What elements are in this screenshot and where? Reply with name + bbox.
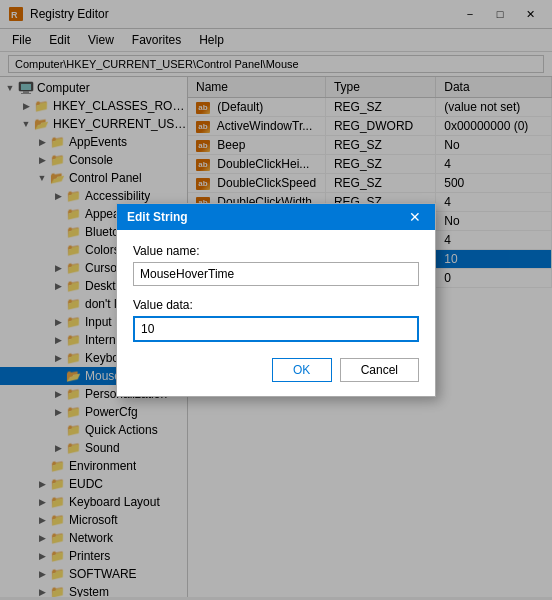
modal-close-button[interactable]: ✕ [405,210,425,224]
value-name-input[interactable] [133,262,419,286]
modal-buttons: OK Cancel [133,358,419,382]
modal-overlay: Edit String ✕ Value name: Value data: OK… [0,0,552,600]
edit-string-dialog: Edit String ✕ Value name: Value data: OK… [116,203,436,397]
modal-body: Value name: Value data: OK Cancel [117,230,435,396]
value-data-label: Value data: [133,298,419,312]
ok-button[interactable]: OK [272,358,332,382]
value-name-label: Value name: [133,244,419,258]
value-data-input[interactable] [133,316,419,342]
modal-title: Edit String [127,210,188,224]
modal-title-bar: Edit String ✕ [117,204,435,230]
cancel-button[interactable]: Cancel [340,358,419,382]
